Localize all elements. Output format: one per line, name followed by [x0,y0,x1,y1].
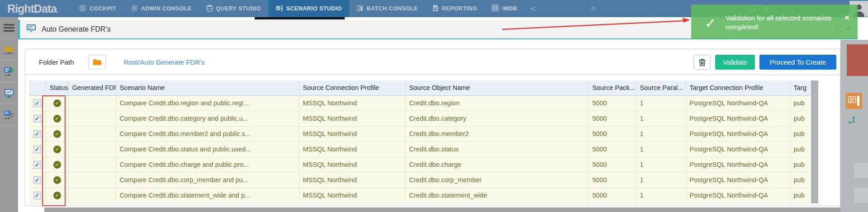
generated-fdr-cell [68,188,116,203]
scenario-name-cell: Compare Credit.dbo.region and public.reg… [116,95,299,111]
row-checkbox[interactable]: ✓ [33,115,41,122]
target-profile-cell: PostgreSQL Northwind-QA [686,172,790,188]
folder-path-row: Folder Path Root/Auto Generate FDR's Val… [25,49,840,75]
source-pack-cell: 5000 [588,172,636,188]
rightdata-logo: RightData [7,2,57,15]
source-parallel-cell: 1 [636,111,686,126]
scenario-name-cell: Compare Credit.dbo.statement_wide and p.… [116,188,299,203]
folder-path-label: Folder Path [39,58,74,66]
col-source-object-name: Source Object Name [405,80,588,95]
nav-item-cockpit[interactable]: COCKPIT [72,0,123,17]
table-row: ✓ ✓ Compare Credit.dbo.statement_wide an… [29,188,811,203]
toast-notification: ✓ Validation for all selected scenarios … [691,5,858,39]
scenario-name-cell: Compare Credit.dbo.status and public.use… [116,141,299,157]
scenario-name-cell: Compare Credit.dbo.member2 and public.s.… [116,126,299,141]
strip-block [854,163,868,178]
target-cell: pub [790,188,811,203]
page-title: Auto Generate FDR's [42,25,110,33]
sidebar-scenario-config-icon[interactable] [0,104,18,126]
nav-item-batch-console[interactable]: BATCH CONSOLE [349,0,425,17]
row-checkbox[interactable]: ✓ [33,192,41,199]
target-profile-cell: PostgreSQL Northwind-QA [686,111,790,126]
table-vertical-scrollbar[interactable] [811,80,818,203]
nav-item-scenario-studio[interactable]: SCENARIO STUDIO [268,0,349,17]
source-object-cell: Credit.dbo.region [405,95,588,111]
col-source-connection-profile: Source Connection Profile [299,80,405,95]
table-row: ✓ ✓ Compare Credit.dbo.charge and public… [29,157,811,172]
source-pack-cell: 5000 [588,141,636,157]
sidebar-folder-tree-icon[interactable] [0,39,18,61]
source-profile-cell: MSSQL Northwind [299,141,405,157]
status-ok-icon: ✓ [53,176,61,184]
mapping-list-tool-icon[interactable] [846,93,862,109]
left-sidebar [0,17,18,212]
source-object-cell: Credit.dbo.category [405,111,588,126]
sidebar-report-monitor-icon[interactable] [0,82,18,104]
hamburger-menu-icon[interactable] [0,17,18,39]
nav-scroll-left-icon[interactable]: < [531,4,536,14]
source-profile-cell: MSSQL Northwind [299,172,405,188]
source-pack-cell: 5000 [588,188,636,203]
nav-item-query-studio[interactable]: QUERY STUDIO [199,0,268,17]
target-profile-cell: PostgreSQL Northwind-QA [686,126,790,141]
source-object-cell: Credit.dbo.statement_wide [405,188,588,203]
nav-item-admin-console[interactable]: ADMIN CONSOLE [123,0,199,17]
validate-button[interactable]: Validate [715,55,755,70]
source-pack-cell: 5000 [588,157,636,172]
scenario-name-cell: Compare Credit.dbo.corp_member and pu... [116,172,299,188]
toast-close-icon[interactable]: × [844,13,849,23]
status-ok-icon: ✓ [53,115,61,122]
toast-check-icon: ✓ [705,15,716,31]
col-generated-fdr: Generated FDR [68,80,116,95]
delete-button[interactable] [694,55,710,70]
batch-console-icon [356,5,364,13]
proceed-to-create-button[interactable]: Proceed To Create [759,55,836,70]
source-parallel-cell: 1 [636,141,686,157]
source-profile-cell: MSSQL Northwind [299,157,405,172]
source-parallel-cell: 1 [636,157,686,172]
target-cell: pub [790,141,811,157]
horizontal-scrollbar[interactable] [44,207,868,212]
nav-item-reporting[interactable]: REPORTING [425,0,484,17]
folder-picker-button[interactable] [89,55,106,69]
status-ok-icon: ✓ [53,192,61,199]
monitor-icon [26,24,36,34]
strip-block [854,188,868,203]
source-parallel-cell: 1 [636,95,686,111]
nav-scroll-right-icon[interactable]: > [591,3,596,14]
status-ok-icon: ✓ [53,161,61,169]
folder-path-link[interactable]: Root/Auto Generate FDR's [124,58,205,66]
generated-fdr-cell [68,172,116,188]
compare-tool-icon[interactable] [848,116,858,127]
target-cell: pub [790,157,811,172]
generated-fdr-cell [68,111,116,126]
nav-item-imdb[interactable]: IMDB [484,0,525,17]
scenario-name-cell: Compare Credit.dbo.category and public.u… [116,111,299,126]
target-cell: pub [790,126,811,141]
col-target-connection-profile: Target Connection Profile [686,80,790,95]
sidebar-add-scenario-icon[interactable] [0,61,18,82]
row-checkbox[interactable]: ✓ [33,176,41,184]
active-tab-underline [255,17,345,19]
source-object-cell: Credit.dbo.corp_member [405,172,588,188]
status-ok-icon: ✓ [53,130,61,138]
source-object-cell: Credit.dbo.charge [405,157,588,172]
source-object-cell: Credit.dbo.member2 [405,126,588,141]
target-cell: pub [790,95,811,111]
source-object-cell: Credit.dbo.status [405,141,588,157]
source-profile-cell: MSSQL Northwind [299,111,405,126]
col-source-pack: Source Pack... [588,80,636,95]
target-profile-cell: PostgreSQL Northwind-QA [686,188,790,203]
source-parallel-cell: 1 [636,126,686,141]
scenario-name-cell: Compare Credit.dbo.charge and public.pro… [116,157,299,172]
generated-fdr-cell [68,95,116,111]
col-select [29,80,46,95]
row-checkbox[interactable]: ✓ [33,146,41,153]
col-target-truncated: Targ [790,80,811,95]
source-parallel-cell: 1 [636,188,686,203]
source-pack-cell: 5000 [588,95,636,111]
row-checkbox[interactable]: ✓ [33,99,41,107]
row-checkbox[interactable]: ✓ [33,161,41,169]
source-parallel-cell: 1 [636,172,686,188]
row-checkbox[interactable]: ✓ [33,130,41,138]
